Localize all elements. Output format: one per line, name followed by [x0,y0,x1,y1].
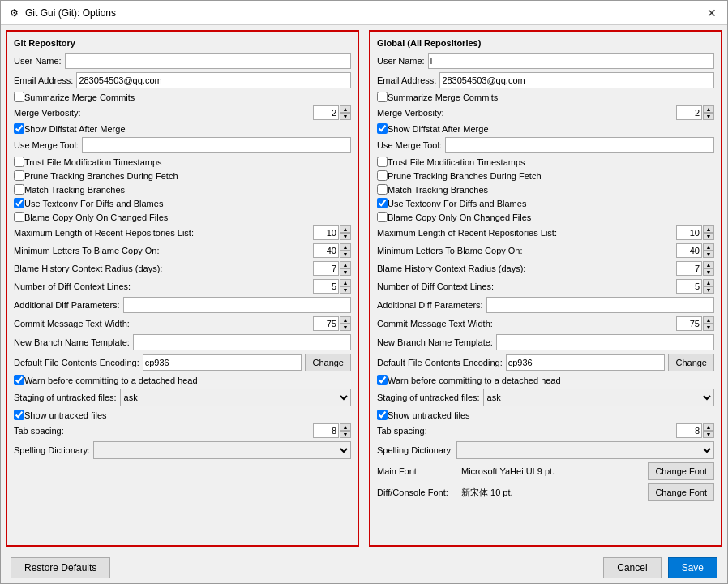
right-spelling-select[interactable] [456,441,714,459]
left-tab-spacing-input[interactable] [313,423,339,438]
left-encoding-input[interactable] [143,354,302,371]
right-merge-tool-input[interactable] [445,137,714,153]
left-username-input[interactable] [65,53,351,69]
right-blame-history-up[interactable]: ▲ [703,261,714,268]
right-match-tracking-checkbox[interactable] [377,184,388,195]
left-staging-select[interactable]: ask yes no [120,389,351,406]
left-merge-verbosity-down[interactable]: ▼ [340,113,351,120]
right-textconv-checkbox[interactable] [377,198,388,208]
right-blame-copy-checkbox[interactable] [377,212,388,222]
right-merge-verbosity-down[interactable]: ▼ [703,113,714,120]
right-new-branch-input[interactable] [496,334,714,350]
right-max-recent-down[interactable]: ▼ [703,233,714,240]
restore-defaults-button[interactable]: Restore Defaults [11,557,110,578]
right-warn-detached-checkbox[interactable] [377,375,388,385]
left-max-recent-down[interactable]: ▼ [340,233,351,240]
left-show-untracked-row: Show untracked files [14,410,351,420]
left-spelling-row: Spelling Dictionary: [14,441,351,459]
left-min-letters-down[interactable]: ▼ [340,251,351,258]
left-tab-spacing-down[interactable]: ▼ [340,431,351,438]
right-commit-msg-input[interactable] [676,316,702,331]
left-trust-timestamps-checkbox[interactable] [14,157,24,167]
right-staging-row: Staging of untracked files: ask yes no [377,389,714,406]
right-change-diff-font-button[interactable]: Change Font [648,483,714,501]
left-textconv-checkbox[interactable] [14,198,24,208]
right-tab-spacing-up[interactable]: ▲ [703,423,714,431]
left-diff-context-up[interactable]: ▲ [340,279,351,286]
right-change-encoding-button[interactable]: Change [668,354,714,371]
left-new-branch-input[interactable] [133,334,351,350]
left-merge-verbosity-row: Merge Verbosity: ▲ ▼ [14,105,351,120]
right-max-recent-up[interactable]: ▲ [703,225,714,233]
right-email-input[interactable] [439,72,714,88]
right-tab-spacing-down[interactable]: ▼ [703,431,714,438]
left-merge-verbosity-input[interactable] [313,105,339,120]
close-button[interactable]: ✕ [703,4,721,22]
right-diffstat-checkbox[interactable] [377,123,388,134]
right-min-letters-up[interactable]: ▲ [703,243,714,251]
left-commit-msg-up[interactable]: ▲ [340,316,351,324]
left-match-tracking-checkbox[interactable] [14,184,24,195]
left-email-input[interactable] [76,72,351,88]
left-commit-msg-input[interactable] [313,316,339,331]
right-min-letters-input[interactable] [676,243,702,258]
left-merge-verbosity-up[interactable]: ▲ [340,105,351,113]
right-blame-history-down[interactable]: ▼ [703,268,714,276]
right-change-main-font-button[interactable]: Change Font [648,462,714,480]
right-merge-verbosity-up[interactable]: ▲ [703,105,714,113]
left-spelling-label: Spelling Dictionary: [14,445,90,455]
cancel-button[interactable]: Cancel [603,557,661,578]
left-max-recent-up[interactable]: ▲ [340,225,351,233]
right-min-letters-down[interactable]: ▼ [703,251,714,258]
right-summarize-checkbox[interactable] [377,92,388,102]
right-blame-history-input[interactable] [676,261,702,276]
left-blame-history-up[interactable]: ▲ [340,261,351,268]
right-additional-diff-input[interactable] [486,297,714,313]
right-max-recent-input[interactable] [676,225,702,240]
global-repository-panel: Global (All Repositories) User Name: Ema… [369,30,722,547]
left-merge-tool-input[interactable] [82,137,351,153]
left-tab-spacing-up[interactable]: ▲ [340,423,351,431]
right-spelling-label: Spelling Dictionary: [377,445,453,455]
right-main-font-label: Main Font: [377,466,458,476]
left-prune-tracking-label: Prune Tracking Branches During Fetch [24,171,178,181]
left-blame-history-input[interactable] [313,261,339,276]
left-diff-context-input[interactable] [313,279,339,294]
right-diff-context-down[interactable]: ▼ [703,286,714,294]
right-min-letters-row: Minimum Letters To Blame Copy On: ▲ ▼ [377,243,714,258]
right-tab-spacing-input[interactable] [676,423,702,438]
right-commit-msg-down[interactable]: ▼ [703,324,714,331]
left-diff-context-down[interactable]: ▼ [340,286,351,294]
left-tab-spacing-btns: ▲ ▼ [340,423,351,438]
left-warn-detached-checkbox[interactable] [14,375,24,385]
right-merge-verbosity-input[interactable] [676,105,702,120]
left-prune-tracking-checkbox[interactable] [14,170,24,181]
left-change-encoding-button[interactable]: Change [305,354,351,371]
left-min-letters-input[interactable] [313,243,339,258]
right-show-untracked-checkbox[interactable] [377,410,388,420]
left-summarize-checkbox[interactable] [14,92,24,102]
right-diff-context-up[interactable]: ▲ [703,279,714,286]
left-diffstat-checkbox[interactable] [14,123,24,134]
left-min-letters-up[interactable]: ▲ [340,243,351,251]
right-encoding-input[interactable] [506,354,666,371]
right-staging-select[interactable]: ask yes no [483,389,714,406]
right-trust-timestamps-checkbox[interactable] [377,157,388,167]
right-merge-tool-label: Use Merge Tool: [377,140,442,150]
left-additional-diff-input[interactable] [123,297,351,313]
save-button[interactable]: Save [668,557,717,578]
left-blame-copy-checkbox[interactable] [14,212,24,222]
right-panel-title: Global (All Repositories) [377,38,714,48]
right-commit-msg-up[interactable]: ▲ [703,316,714,324]
right-username-input[interactable] [428,53,714,69]
left-commit-msg-down[interactable]: ▼ [340,324,351,331]
right-prune-tracking-checkbox[interactable] [377,170,388,181]
left-show-untracked-checkbox[interactable] [14,410,24,420]
right-staging-label: Staging of untracked files: [377,393,480,402]
right-diff-context-input[interactable] [676,279,702,294]
left-spelling-select[interactable] [93,441,351,459]
left-trust-timestamps-label: Trust File Modification Timestamps [24,157,162,167]
left-prune-tracking-row: Prune Tracking Branches During Fetch [14,170,351,181]
left-blame-history-down[interactable]: ▼ [340,268,351,276]
left-max-recent-input[interactable] [313,225,339,240]
